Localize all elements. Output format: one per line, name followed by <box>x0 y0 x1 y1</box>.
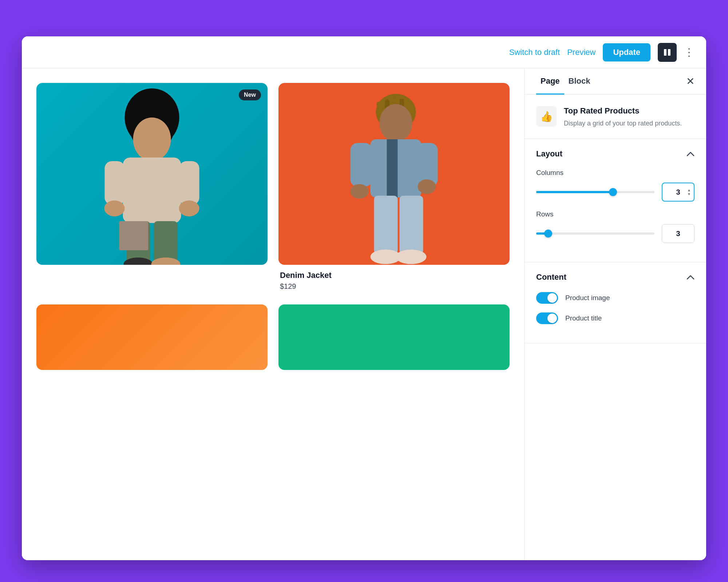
product-title-label: Product title <box>565 314 602 322</box>
product-title-toggle-row: Product title <box>536 312 695 324</box>
block-info: 👍 Top Rated Products Display a grid of y… <box>525 95 706 139</box>
block-title: Top Rated Products <box>564 106 682 116</box>
product-image-2 <box>278 83 510 265</box>
svg-rect-30 <box>400 196 423 254</box>
product-info-2: Denim Jacket $129 <box>278 265 510 294</box>
browser-window: Switch to draft Preview Update ⋮ <box>22 36 706 560</box>
block-desc: Display a grid of your top rated product… <box>564 119 682 128</box>
svg-rect-14 <box>119 221 149 250</box>
panel-tabs: Page Block ✕ <box>525 68 706 95</box>
svg-rect-29 <box>374 196 398 254</box>
products-area: New <box>22 68 524 560</box>
layout-toggle-button[interactable] <box>658 43 677 62</box>
preview-button[interactable]: Preview <box>567 48 596 57</box>
svg-rect-7 <box>179 161 199 205</box>
svg-point-4 <box>133 117 171 161</box>
product-title-toggle-knob <box>547 314 557 323</box>
rows-label: Rows <box>536 210 695 218</box>
columns-slider[interactable] <box>536 191 654 193</box>
products-row2 <box>36 304 510 370</box>
product-price-2: $129 <box>280 282 508 291</box>
switch-to-draft-button[interactable]: Switch to draft <box>509 48 560 57</box>
svg-rect-5 <box>123 158 181 223</box>
product-image-1: New <box>36 83 268 265</box>
content-section-title: Content <box>536 272 566 282</box>
block-icon: 👍 <box>536 106 557 127</box>
update-button[interactable]: Update <box>603 43 650 61</box>
new-badge: New <box>239 89 261 100</box>
person1-svg <box>36 83 268 265</box>
person2-svg <box>278 83 510 265</box>
svg-point-32 <box>396 250 427 264</box>
product-card-1: New <box>36 83 268 294</box>
svg-point-9 <box>179 200 199 216</box>
columns-down-arrow[interactable]: ▼ <box>687 192 691 196</box>
main-area: New <box>22 68 706 560</box>
svg-rect-25 <box>351 143 372 187</box>
content-chevron-up-icon <box>687 275 695 280</box>
more-options-button[interactable]: ⋮ <box>684 46 695 58</box>
toolbar: Switch to draft Preview Update ⋮ <box>22 36 706 68</box>
product-card-2: Denim Jacket $129 <box>278 83 510 294</box>
svg-rect-1 <box>668 49 670 56</box>
partial-card-4 <box>278 304 510 370</box>
partial-card-3 <box>36 304 268 370</box>
rows-slider-thumb[interactable] <box>544 230 552 238</box>
content-section-header: Content <box>536 272 695 282</box>
svg-rect-0 <box>664 49 666 56</box>
svg-point-27 <box>351 184 369 199</box>
layout-icon <box>663 48 672 57</box>
product-image-toggle-row: Product image <box>536 292 695 304</box>
layout-section: Layout Columns 3 <box>525 139 706 262</box>
columns-field-row: 3 ▲ ▼ <box>536 183 695 202</box>
layout-collapse-button[interactable] <box>687 149 695 159</box>
layout-section-header: Layout <box>536 149 695 159</box>
tab-page[interactable]: Page <box>536 68 564 95</box>
product-name-2: Denim Jacket <box>280 271 508 280</box>
product-title-toggle[interactable] <box>536 312 558 324</box>
content-section: Content Product image <box>525 262 706 343</box>
rows-field-row: 3 <box>536 224 695 243</box>
tab-block[interactable]: Block <box>564 68 595 95</box>
product-image-toggle[interactable] <box>536 292 558 304</box>
columns-label: Columns <box>536 169 695 177</box>
rows-slider[interactable] <box>536 232 654 235</box>
sidebar-panel: Page Block ✕ 👍 Top Rated Products Displa… <box>524 68 706 560</box>
columns-number-input[interactable]: 3 ▲ ▼ <box>662 183 695 202</box>
svg-rect-24 <box>387 139 398 198</box>
product-image-toggle-knob <box>547 293 557 303</box>
svg-point-21 <box>380 104 412 142</box>
rows-number-input[interactable]: 3 <box>662 224 695 243</box>
columns-slider-thumb[interactable] <box>609 188 617 196</box>
content-collapse-button[interactable] <box>687 272 695 282</box>
product-info-1 <box>36 265 268 274</box>
columns-spinner[interactable]: ▲ ▼ <box>687 188 691 196</box>
chevron-up-icon <box>687 151 695 156</box>
svg-rect-6 <box>105 161 125 205</box>
block-description: Top Rated Products Display a grid of you… <box>564 106 682 128</box>
columns-slider-fill <box>536 191 613 193</box>
svg-point-28 <box>418 179 436 194</box>
panel-close-button[interactable]: ✕ <box>686 75 695 87</box>
layout-section-title: Layout <box>536 149 562 159</box>
products-grid: New <box>36 83 510 294</box>
columns-up-arrow[interactable]: ▲ <box>687 188 691 192</box>
svg-point-8 <box>104 200 125 216</box>
product-image-label: Product image <box>565 294 610 302</box>
